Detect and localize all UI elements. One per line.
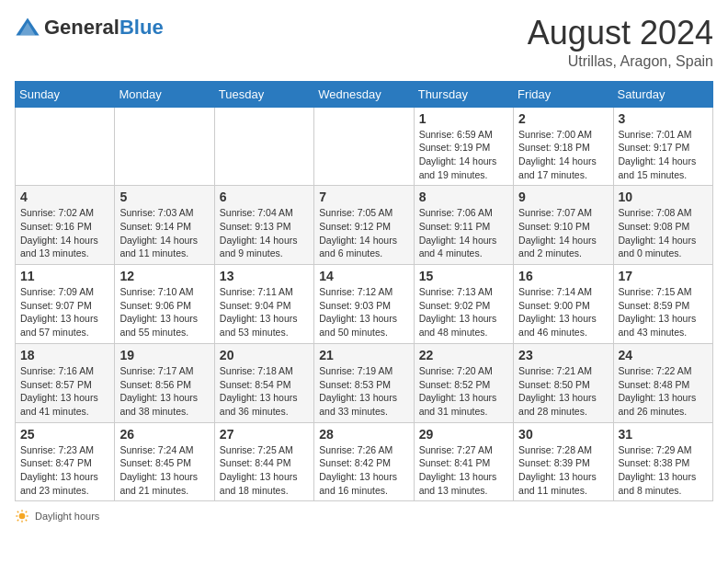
- day-number: 4: [20, 190, 109, 204]
- day-info: Sunrise: 7:03 AM Sunset: 9:14 PM Dayligh…: [119, 206, 209, 260]
- day-number: 22: [419, 348, 508, 362]
- day-info: Sunrise: 7:16 AM Sunset: 8:57 PM Dayligh…: [20, 364, 109, 419]
- day-number: 17: [619, 269, 708, 283]
- day-number: 23: [518, 348, 608, 362]
- calendar-cell: 5Sunrise: 7:03 AM Sunset: 9:14 PM Daylig…: [115, 186, 214, 265]
- calendar-cell: 20Sunrise: 7:18 AM Sunset: 8:54 PM Dayli…: [214, 343, 313, 422]
- calendar-cell: 26Sunrise: 7:24 AM Sunset: 8:45 PM Dayli…: [115, 422, 214, 501]
- day-number: 16: [518, 269, 608, 283]
- day-info: Sunrise: 7:27 AM Sunset: 8:41 PM Dayligh…: [419, 443, 508, 498]
- calendar-week-row: 4Sunrise: 7:02 AM Sunset: 9:16 PM Daylig…: [16, 186, 713, 265]
- calendar-cell: 25Sunrise: 7:23 AM Sunset: 8:47 PM Dayli…: [16, 422, 115, 501]
- day-info: Sunrise: 6:59 AM Sunset: 9:19 PM Dayligh…: [419, 128, 508, 182]
- calendar-cell: 30Sunrise: 7:28 AM Sunset: 8:39 PM Dayli…: [514, 422, 613, 501]
- day-info: Sunrise: 7:00 AM Sunset: 9:18 PM Dayligh…: [518, 128, 608, 182]
- calendar-week-row: 18Sunrise: 7:16 AM Sunset: 8:57 PM Dayli…: [16, 343, 713, 422]
- calendar-table: SundayMondayTuesdayWednesdayThursdayFrid…: [15, 81, 713, 502]
- day-number: 8: [419, 190, 508, 204]
- day-number: 15: [419, 269, 508, 283]
- day-info: Sunrise: 7:05 AM Sunset: 9:12 PM Dayligh…: [319, 206, 408, 260]
- calendar-cell: 14Sunrise: 7:12 AM Sunset: 9:03 PM Dayli…: [314, 265, 414, 344]
- calendar-cell: 2Sunrise: 7:00 AM Sunset: 9:18 PM Daylig…: [514, 107, 613, 186]
- day-number: 13: [220, 269, 309, 283]
- svg-line-9: [26, 511, 27, 512]
- day-number: 20: [220, 348, 309, 362]
- day-info: Sunrise: 7:08 AM Sunset: 9:08 PM Dayligh…: [619, 206, 708, 260]
- calendar-cell: 9Sunrise: 7:07 AM Sunset: 9:10 PM Daylig…: [514, 186, 613, 265]
- day-number: 12: [119, 269, 209, 283]
- day-number: 31: [619, 427, 708, 442]
- calendar-cell: 11Sunrise: 7:09 AM Sunset: 9:07 PM Dayli…: [16, 265, 115, 344]
- day-info: Sunrise: 7:04 AM Sunset: 9:13 PM Dayligh…: [220, 206, 309, 260]
- logo-icon: [15, 15, 40, 40]
- svg-line-7: [17, 511, 18, 512]
- calendar-cell: 3Sunrise: 7:01 AM Sunset: 9:17 PM Daylig…: [613, 107, 712, 186]
- day-info: Sunrise: 7:20 AM Sunset: 8:52 PM Dayligh…: [419, 364, 508, 419]
- day-of-week-header: Tuesday: [214, 81, 313, 107]
- day-info: Sunrise: 7:07 AM Sunset: 9:10 PM Dayligh…: [518, 206, 608, 260]
- day-info: Sunrise: 7:14 AM Sunset: 9:00 PM Dayligh…: [518, 285, 608, 339]
- svg-line-8: [26, 520, 27, 521]
- day-info: Sunrise: 7:22 AM Sunset: 8:48 PM Dayligh…: [619, 364, 708, 419]
- calendar-cell: 23Sunrise: 7:21 AM Sunset: 8:50 PM Dayli…: [514, 343, 613, 422]
- calendar-cell: 22Sunrise: 7:20 AM Sunset: 8:52 PM Dayli…: [414, 343, 513, 422]
- calendar-cell: 17Sunrise: 7:15 AM Sunset: 8:59 PM Dayli…: [613, 265, 712, 344]
- day-number: 11: [20, 269, 109, 283]
- calendar-cell: 19Sunrise: 7:17 AM Sunset: 8:56 PM Dayli…: [115, 343, 214, 422]
- day-of-week-header: Sunday: [16, 81, 115, 107]
- day-info: Sunrise: 7:28 AM Sunset: 8:39 PM Dayligh…: [518, 443, 608, 498]
- day-info: Sunrise: 7:21 AM Sunset: 8:50 PM Dayligh…: [518, 364, 608, 419]
- calendar-cell: 7Sunrise: 7:05 AM Sunset: 9:12 PM Daylig…: [314, 186, 414, 265]
- calendar-cell: 1Sunrise: 6:59 AM Sunset: 9:19 PM Daylig…: [414, 107, 513, 186]
- day-info: Sunrise: 7:19 AM Sunset: 8:53 PM Dayligh…: [319, 364, 408, 419]
- calendar-cell: 27Sunrise: 7:25 AM Sunset: 8:44 PM Dayli…: [214, 422, 313, 501]
- day-number: 14: [319, 269, 408, 283]
- day-number: 18: [20, 348, 109, 362]
- day-of-week-header: Friday: [514, 81, 613, 107]
- calendar-cell: 6Sunrise: 7:04 AM Sunset: 9:13 PM Daylig…: [214, 186, 313, 265]
- day-of-week-header: Saturday: [613, 81, 712, 107]
- calendar-cell: 15Sunrise: 7:13 AM Sunset: 9:02 PM Dayli…: [414, 265, 513, 344]
- calendar-week-row: 25Sunrise: 7:23 AM Sunset: 8:47 PM Dayli…: [16, 422, 713, 501]
- calendar-week-row: 11Sunrise: 7:09 AM Sunset: 9:07 PM Dayli…: [16, 265, 713, 344]
- day-info: Sunrise: 7:06 AM Sunset: 9:11 PM Dayligh…: [419, 206, 508, 260]
- day-number: 21: [319, 348, 408, 362]
- day-info: Sunrise: 7:23 AM Sunset: 8:47 PM Dayligh…: [20, 443, 109, 498]
- day-of-week-header: Thursday: [414, 81, 513, 107]
- day-info: Sunrise: 7:24 AM Sunset: 8:45 PM Dayligh…: [119, 443, 209, 498]
- day-of-week-header: Wednesday: [314, 81, 414, 107]
- day-number: 26: [119, 427, 209, 442]
- calendar-cell: [115, 107, 214, 186]
- day-number: 1: [419, 111, 508, 126]
- day-number: 5: [119, 190, 209, 204]
- day-info: Sunrise: 7:12 AM Sunset: 9:03 PM Dayligh…: [319, 285, 408, 339]
- day-number: 7: [319, 190, 408, 204]
- calendar-cell: [314, 107, 414, 186]
- day-number: 19: [119, 348, 209, 362]
- title-area: August 2024 Utrillas, Aragon, Spain: [528, 15, 713, 70]
- day-info: Sunrise: 7:26 AM Sunset: 8:42 PM Dayligh…: [319, 443, 408, 498]
- day-info: Sunrise: 7:17 AM Sunset: 8:56 PM Dayligh…: [119, 364, 209, 419]
- svg-line-10: [17, 520, 18, 521]
- calendar-cell: 21Sunrise: 7:19 AM Sunset: 8:53 PM Dayli…: [314, 343, 414, 422]
- day-info: Sunrise: 7:13 AM Sunset: 9:02 PM Dayligh…: [419, 285, 508, 339]
- calendar-cell: 31Sunrise: 7:29 AM Sunset: 8:38 PM Dayli…: [613, 422, 712, 501]
- day-info: Sunrise: 7:25 AM Sunset: 8:44 PM Dayligh…: [220, 443, 309, 498]
- day-info: Sunrise: 7:09 AM Sunset: 9:07 PM Dayligh…: [20, 285, 109, 339]
- day-number: 6: [220, 190, 309, 204]
- day-number: 29: [419, 427, 508, 442]
- day-info: Sunrise: 7:10 AM Sunset: 9:06 PM Dayligh…: [119, 285, 209, 339]
- calendar-cell: [16, 107, 115, 186]
- calendar-cell: 10Sunrise: 7:08 AM Sunset: 9:08 PM Dayli…: [613, 186, 712, 265]
- day-number: 2: [518, 111, 608, 126]
- day-info: Sunrise: 7:11 AM Sunset: 9:04 PM Dayligh…: [220, 285, 309, 339]
- svg-point-2: [19, 513, 26, 520]
- calendar-cell: 24Sunrise: 7:22 AM Sunset: 8:48 PM Dayli…: [613, 343, 712, 422]
- calendar-cell: 12Sunrise: 7:10 AM Sunset: 9:06 PM Dayli…: [115, 265, 214, 344]
- calendar-cell: 16Sunrise: 7:14 AM Sunset: 9:00 PM Dayli…: [514, 265, 613, 344]
- day-number: 9: [518, 190, 608, 204]
- day-number: 30: [518, 427, 608, 442]
- day-info: Sunrise: 7:15 AM Sunset: 8:59 PM Dayligh…: [619, 285, 708, 339]
- calendar-cell: 28Sunrise: 7:26 AM Sunset: 8:42 PM Dayli…: [314, 422, 414, 501]
- calendar-cell: 18Sunrise: 7:16 AM Sunset: 8:57 PM Dayli…: [16, 343, 115, 422]
